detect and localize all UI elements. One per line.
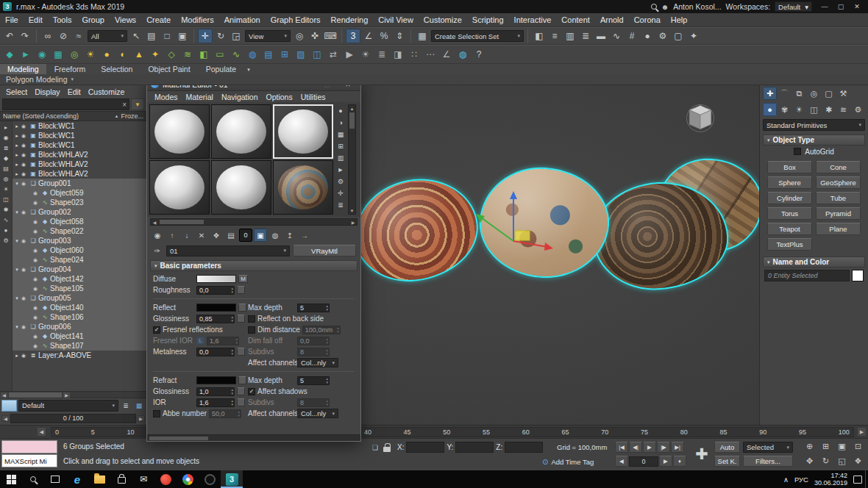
material-sample-slot[interactable] xyxy=(273,160,333,215)
explorer-shapes-icon[interactable]: ∿ xyxy=(1,215,11,225)
primitive-category-dropdown[interactable]: Standard Primitives▾ xyxy=(763,119,865,131)
vray-proxy-icon[interactable]: ◇ xyxy=(164,47,179,62)
list-item[interactable]: ◉ ∿ Shape106 xyxy=(13,312,146,322)
explorer-lock-icon[interactable]: ◉ xyxy=(1,133,11,143)
pillow-object-1[interactable] xyxy=(349,173,483,287)
ribbon-panel-label[interactable]: Polygon Modeling xyxy=(6,75,67,84)
show-material-in-viewport-icon[interactable]: ▣ xyxy=(254,229,267,242)
list-item[interactable]: ▸ ◉ ▣ Block:WC1 xyxy=(13,140,146,150)
node-label[interactable]: Object140 xyxy=(50,304,84,312)
menu-item[interactable]: Corona xyxy=(629,15,666,24)
create-tab-icon[interactable]: ✚ xyxy=(763,87,777,100)
visibility-eye-icon[interactable]: ◉ xyxy=(33,305,40,311)
list-item[interactable]: ◉ ∿ Shape024 xyxy=(13,255,146,265)
rendered-frame-window-icon[interactable]: ▢ xyxy=(671,29,686,43)
visibility-eye-icon[interactable]: ◉ xyxy=(21,133,28,139)
list-item[interactable]: ▾ ◉ ❏ Group002 xyxy=(13,207,146,217)
visibility-eye-icon[interactable]: ◉ xyxy=(33,276,40,282)
ribbon-tab[interactable]: Selection xyxy=(93,64,140,74)
explorer-materials-icon[interactable]: ◍ xyxy=(1,174,11,184)
start-button[interactable] xyxy=(0,470,22,488)
reflect-glossiness-spinner[interactable]: 0,85▴▾ xyxy=(196,315,235,323)
layer-list-icon[interactable]: ≣ xyxy=(120,400,132,411)
next-frame-icon[interactable]: |▶ xyxy=(657,442,670,453)
put-to-library-icon[interactable]: ▤ xyxy=(224,229,238,242)
layer-manager-icon[interactable]: ≣ xyxy=(374,47,389,62)
node-label[interactable]: Shape023 xyxy=(50,198,84,207)
scroll-up-icon[interactable]: ▲ xyxy=(350,105,355,112)
node-label[interactable]: Object142 xyxy=(50,275,84,283)
explorer-horizontal-scrollbar[interactable]: ◀ ▶ xyxy=(0,391,146,398)
background-icon[interactable]: ▦ xyxy=(335,129,346,140)
visibility-eye-icon[interactable]: ◉ xyxy=(33,257,40,263)
roughness-spinner[interactable]: 0,0▴▾ xyxy=(196,286,235,295)
frame-forward-icon[interactable]: ▶ xyxy=(659,456,672,467)
walkthrough-icon[interactable]: ◱ xyxy=(834,454,850,468)
search-input[interactable]: × xyxy=(2,98,129,110)
menu-item[interactable]: Group xyxy=(77,15,110,24)
scrollbar-thumb[interactable] xyxy=(349,112,355,129)
vray-material-library-icon[interactable]: ▤ xyxy=(261,47,276,62)
visibility-eye-icon[interactable]: ◉ xyxy=(33,219,40,225)
menu-item[interactable]: File xyxy=(0,15,24,24)
object-type-button[interactable]: Torus xyxy=(767,207,812,220)
list-item[interactable]: ▾ ◉ ❏ Group005 xyxy=(13,293,146,303)
mirror-tool-icon[interactable]: ◨ xyxy=(391,47,405,62)
expand-arrow-icon[interactable]: ▸ xyxy=(14,152,20,158)
explorer-menu-item[interactable]: Edit xyxy=(65,87,84,96)
explorer-settings-icon[interactable]: ⚙ xyxy=(1,236,11,245)
dim-distance-checkbox[interactable] xyxy=(248,326,255,334)
unlink-selection-icon[interactable]: ⊘ xyxy=(56,29,71,43)
toggle-layer-explorer-icon[interactable]: ≣ xyxy=(578,29,593,43)
clear-search-icon[interactable]: × xyxy=(122,101,127,109)
object-type-button[interactable]: Cone xyxy=(816,161,861,173)
reset-map-icon[interactable]: ✕ xyxy=(195,229,208,242)
shapes-category-icon[interactable]: ✾ xyxy=(778,103,791,116)
list-item[interactable]: ◉ ◆ Object058 xyxy=(13,217,146,226)
list-item[interactable]: ◉ ◆ Object142 xyxy=(13,274,146,284)
menu-item[interactable]: Tools xyxy=(48,15,77,24)
explorer-cameras-icon[interactable]: ◫ xyxy=(1,195,11,204)
scroll-left-icon[interactable]: ◀ xyxy=(0,392,8,398)
close-button[interactable]: ✕ xyxy=(849,3,865,10)
language-indicator[interactable]: РУС xyxy=(794,476,808,484)
expand-arrow-icon[interactable]: ▸ xyxy=(14,171,20,177)
scrollbar-thumb[interactable] xyxy=(160,220,204,224)
maxscript-macro-recorder[interactable] xyxy=(1,440,57,453)
schematic-view-icon[interactable]: # xyxy=(625,29,639,43)
object-type-button[interactable]: Cylinder xyxy=(767,192,812,204)
reflect-affect-channels-dropdown[interactable]: Col...nly▾ xyxy=(297,358,338,367)
visibility-eye-icon[interactable]: ◉ xyxy=(33,286,40,292)
use-pivot-point-icon[interactable]: ◎ xyxy=(292,29,307,43)
scroll-down-icon[interactable]: ▼ xyxy=(350,207,355,214)
y-coordinate-field[interactable] xyxy=(455,442,494,453)
node-label[interactable]: Shape024 xyxy=(50,256,84,264)
autogrid-checkbox[interactable] xyxy=(794,148,801,155)
move-gizmo[interactable] xyxy=(469,188,558,270)
geometry-category-icon[interactable]: ● xyxy=(763,103,777,116)
material-editor-menu-item[interactable]: Utilities xyxy=(297,93,330,101)
vray-ies-light-icon[interactable]: ✦ xyxy=(148,47,163,62)
window-crossing-icon[interactable]: ▣ xyxy=(175,29,190,43)
list-item[interactable]: ◉ ◆ Object141 xyxy=(13,331,146,341)
max-depth-spinner[interactable]: 5▴▾ xyxy=(297,304,330,312)
material-map-navigator-icon[interactable]: ≣ xyxy=(335,199,346,210)
vray-uvw-icon[interactable]: ⊞ xyxy=(277,47,292,62)
node-label[interactable]: Shape107 xyxy=(50,342,84,350)
menu-item[interactable]: Content xyxy=(556,15,595,24)
fresnel-reflections-checkbox[interactable]: ✓ xyxy=(153,326,160,334)
taskbar-explorer-app[interactable] xyxy=(88,470,110,488)
node-label[interactable]: Group005 xyxy=(38,294,71,302)
object-type-button[interactable]: Pyramid xyxy=(816,207,861,220)
material-sample-slot[interactable] xyxy=(211,104,271,159)
refract-map-button[interactable] xyxy=(238,376,246,384)
list-item[interactable]: ▾ ◉ ❏ Group006 xyxy=(13,322,146,331)
visibility-eye-icon[interactable]: ◉ xyxy=(33,334,40,340)
pan-icon[interactable]: ✥ xyxy=(802,454,817,468)
visibility-eye-icon[interactable]: ◉ xyxy=(21,295,28,301)
visibility-eye-icon[interactable]: ◉ xyxy=(21,152,28,158)
layer-manager-icon[interactable] xyxy=(1,400,17,412)
z-coordinate-field[interactable] xyxy=(505,442,543,453)
select-by-material-icon[interactable]: ✛ xyxy=(335,187,346,198)
dim-falloff-spinner[interactable]: 0,0▴▾ xyxy=(297,337,330,345)
